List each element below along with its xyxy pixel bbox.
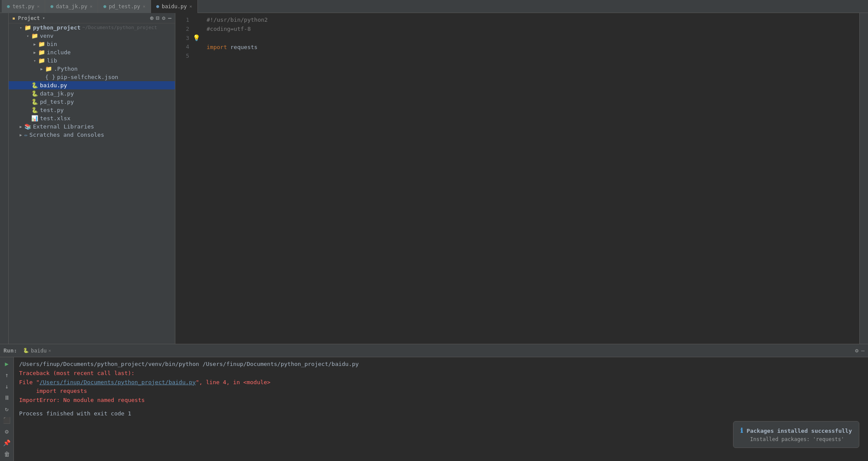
code-line-2: #coding=utf-8 <box>207 25 859 34</box>
py-icon: ● <box>103 3 106 9</box>
run-rerun-button[interactable]: ↻ <box>3 404 10 414</box>
console-import-line: import requests <box>19 387 863 396</box>
run-pin-icon[interactable]: 📌 <box>2 438 12 448</box>
tree-data-jk-py[interactable]: 🐍 data_jk.py <box>9 89 175 98</box>
expand-arrow: ▾ <box>31 59 38 63</box>
console-error-msg: ImportError: No module named requests <box>19 396 863 405</box>
python-file-icon: 🐍 <box>31 107 38 113</box>
expand-arrow: ▶ <box>38 67 45 71</box>
minimize-icon[interactable]: — <box>168 15 171 21</box>
py-icon: ● <box>50 3 53 9</box>
python-file-icon: 🐍 <box>31 82 38 89</box>
tab-close-icon[interactable]: ✕ <box>90 4 92 9</box>
folder-icon: 📁 <box>31 33 38 39</box>
tab-close-icon[interactable]: ✕ <box>189 4 192 9</box>
split-icon[interactable]: ⊟ <box>156 15 160 21</box>
tree-include[interactable]: ▶ 📁 include <box>9 48 175 56</box>
notification-body: Installed packages: 'requests' <box>740 436 852 442</box>
tree-pd-test-py[interactable]: 🐍 pd_test.py <box>9 98 175 106</box>
py-icon: ● <box>7 3 10 9</box>
run-stop-button[interactable]: ⬛ <box>2 415 12 425</box>
console-file-line: File "/Users/finup/Documents/python_proj… <box>19 378 863 387</box>
tree-baidu-py[interactable]: 🐍 baidu.py <box>9 81 175 89</box>
run-pause-button[interactable]: ⏸ <box>3 393 11 402</box>
console-command-line: /Users/finup/Documents/python_project/ve… <box>19 360 863 369</box>
expand-arrow: ▾ <box>17 26 24 30</box>
run-scroll-down-button[interactable]: ↓ <box>3 382 10 391</box>
xlsx-file-icon: 📊 <box>31 115 38 122</box>
tree-external-libraries[interactable]: ▶ 📚 External Libraries <box>9 122 175 131</box>
tab-close-icon[interactable]: ✕ <box>143 4 145 9</box>
line-numbers: 1 2 3 4 5 <box>175 15 193 344</box>
json-icon: { } <box>45 74 55 80</box>
expand-arrow: ▶ <box>17 125 24 129</box>
folder-open-icon: 📁 <box>24 24 31 31</box>
python-file-icon: 🐍 <box>31 90 38 97</box>
run-tab-close-icon[interactable]: ✕ <box>48 348 51 353</box>
tree-test-py[interactable]: 🐍 test.py <box>9 106 175 114</box>
top-tab-bar: ● test.py ✕ ● data_jk.py ✕ ● pd_test.py … <box>0 0 868 13</box>
editor-code-content: 1 2 3 4 5 💡 <box>175 13 859 344</box>
info-icon: ℹ <box>740 427 743 435</box>
run-trash-icon[interactable]: 🗑 <box>3 449 11 459</box>
tab-baidu-py[interactable]: ● baidu.py ✕ <box>151 0 197 13</box>
baidu-icon: 🐍 <box>23 348 29 353</box>
py-active-icon: ● <box>156 3 159 9</box>
code-text[interactable]: #!/usr/bin/python2 #coding=utf-8 import … <box>203 15 859 344</box>
run-side-actions: ▶ ↑ ↓ ⏸ ↻ ⬛ ⚙ 📌 🗑 <box>0 357 14 461</box>
settings-icon[interactable]: ⚙ <box>162 15 165 21</box>
run-scroll-up-button[interactable]: ↑ <box>3 370 10 380</box>
add-icon[interactable]: ⊕ <box>150 15 154 21</box>
tree-pip-selfcheck[interactable]: { } pip-selfcheck.json <box>9 73 175 81</box>
code-editor[interactable]: 1 2 3 4 5 💡 <box>175 13 859 344</box>
project-sidebar: ▪ Project ▾ ⊕ ⊟ ⚙ — ▾ 📁 python_project <box>9 13 175 344</box>
code-line-1: #!/usr/bin/python2 <box>207 16 859 25</box>
tree-lib[interactable]: ▾ 📁 lib <box>9 56 175 65</box>
expand-arrow: ▶ <box>31 42 38 46</box>
expand-arrow: ▶ <box>17 133 24 137</box>
tree-venv[interactable]: ▾ 📁 venv <box>9 32 175 40</box>
folder-icon: 📁 <box>38 41 45 47</box>
editor-gutter: 💡 <box>193 15 203 344</box>
console-exit-msg: Process finished with exit code 1 <box>19 409 863 418</box>
run-tab-baidu[interactable]: 🐍 baidu ✕ <box>20 348 53 354</box>
tab-test-py[interactable]: ● test.py ✕ <box>2 0 45 13</box>
run-settings-icon[interactable]: ⚙ <box>855 347 858 354</box>
code-line-4: import requests <box>207 43 859 52</box>
tree-test-xlsx[interactable]: 📊 test.xlsx <box>9 114 175 122</box>
code-line-3 <box>207 34 859 43</box>
folder-icon: 📁 <box>45 66 52 72</box>
console-traceback-header: Traceback (most recent call last): <box>19 369 863 378</box>
python-file-icon: 🐍 <box>31 99 38 105</box>
tree-dotpython[interactable]: ▶ 📁 .Python <box>9 65 175 73</box>
folder-icon: ▪ <box>12 15 15 21</box>
tree-scratches-consoles[interactable]: ▶ ✏ Scratches and Consoles <box>9 131 175 139</box>
notification-popup: ℹ Packages installed successfully Instal… <box>733 421 859 448</box>
dropdown-icon[interactable]: ▾ <box>43 16 45 20</box>
expand-arrow: ▾ <box>24 34 31 38</box>
notification-title: ℹ Packages installed successfully <box>740 427 852 435</box>
library-icon: 📚 <box>24 123 31 130</box>
run-actions: ⚙ — <box>855 347 865 354</box>
tree-root-python-project[interactable]: ▾ 📁 python_project ~/Documents/python_pr… <box>9 23 175 32</box>
expand-arrow: ▶ <box>31 50 38 55</box>
sidebar-header: ▪ Project ▾ ⊕ ⊟ ⚙ — <box>9 13 175 23</box>
tab-close-icon[interactable]: ✕ <box>37 4 39 9</box>
run-settings2-icon[interactable]: ⚙ <box>3 427 10 436</box>
right-sidebar <box>859 13 868 344</box>
run-minimize-icon[interactable]: — <box>861 347 865 354</box>
project-tree: ▾ 📁 python_project ~/Documents/python_pr… <box>9 23 175 139</box>
scratches-icon: ✏ <box>24 132 28 138</box>
tree-bin[interactable]: ▶ 📁 bin <box>9 40 175 48</box>
tab-data-jk-py[interactable]: ● data_jk.py ✕ <box>45 0 98 13</box>
bulb-icon[interactable]: 💡 <box>193 34 200 41</box>
folder-icon: 📁 <box>38 57 45 64</box>
run-play-button[interactable]: ▶ <box>3 359 10 369</box>
run-toolbar: Run: 🐍 baidu ✕ ⚙ — <box>0 344 868 357</box>
left-vertical-toolbar <box>0 13 9 344</box>
tab-pd-test-py[interactable]: ● pd_test.py ✕ <box>98 0 151 13</box>
code-line-5 <box>207 52 859 61</box>
folder-icon: 📁 <box>38 49 45 56</box>
